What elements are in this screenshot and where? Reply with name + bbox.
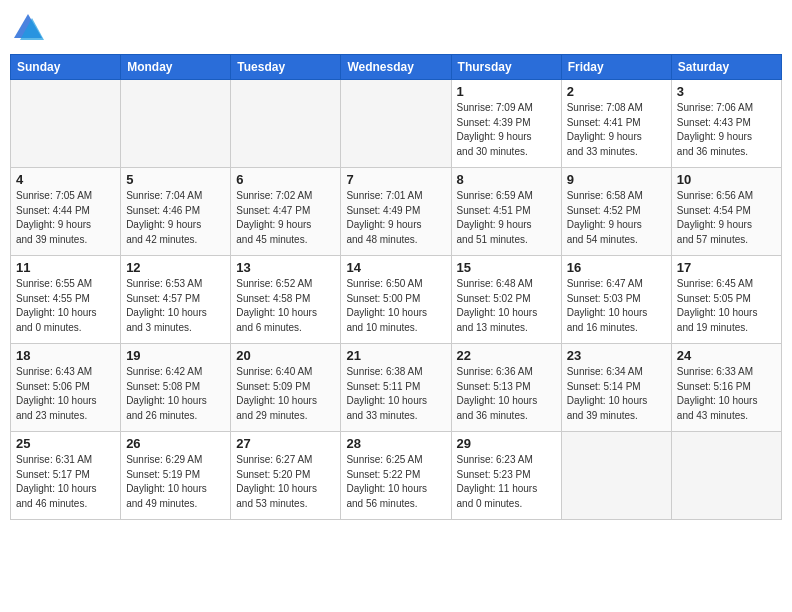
week-row-2: 4Sunrise: 7:05 AM Sunset: 4:44 PM Daylig… [11, 168, 782, 256]
day-number: 5 [126, 172, 225, 187]
day-number: 3 [677, 84, 776, 99]
day-number: 11 [16, 260, 115, 275]
calendar-cell: 7Sunrise: 7:01 AM Sunset: 4:49 PM Daylig… [341, 168, 451, 256]
day-number: 1 [457, 84, 556, 99]
day-info: Sunrise: 6:56 AM Sunset: 4:54 PM Dayligh… [677, 189, 776, 247]
day-number: 27 [236, 436, 335, 451]
column-header-tuesday: Tuesday [231, 55, 341, 80]
calendar-cell: 26Sunrise: 6:29 AM Sunset: 5:19 PM Dayli… [121, 432, 231, 520]
calendar-cell [231, 80, 341, 168]
day-info: Sunrise: 7:01 AM Sunset: 4:49 PM Dayligh… [346, 189, 445, 247]
day-info: Sunrise: 6:50 AM Sunset: 5:00 PM Dayligh… [346, 277, 445, 335]
day-info: Sunrise: 6:59 AM Sunset: 4:51 PM Dayligh… [457, 189, 556, 247]
day-number: 23 [567, 348, 666, 363]
day-number: 14 [346, 260, 445, 275]
day-info: Sunrise: 6:53 AM Sunset: 4:57 PM Dayligh… [126, 277, 225, 335]
day-number: 17 [677, 260, 776, 275]
day-number: 20 [236, 348, 335, 363]
calendar-cell [341, 80, 451, 168]
calendar-cell [671, 432, 781, 520]
calendar-cell [11, 80, 121, 168]
calendar-cell: 22Sunrise: 6:36 AM Sunset: 5:13 PM Dayli… [451, 344, 561, 432]
day-number: 15 [457, 260, 556, 275]
day-info: Sunrise: 6:55 AM Sunset: 4:55 PM Dayligh… [16, 277, 115, 335]
logo [10, 10, 50, 46]
calendar-cell: 17Sunrise: 6:45 AM Sunset: 5:05 PM Dayli… [671, 256, 781, 344]
day-number: 13 [236, 260, 335, 275]
day-number: 16 [567, 260, 666, 275]
day-info: Sunrise: 6:47 AM Sunset: 5:03 PM Dayligh… [567, 277, 666, 335]
day-number: 6 [236, 172, 335, 187]
week-row-1: 1Sunrise: 7:09 AM Sunset: 4:39 PM Daylig… [11, 80, 782, 168]
calendar-cell [561, 432, 671, 520]
calendar-cell: 14Sunrise: 6:50 AM Sunset: 5:00 PM Dayli… [341, 256, 451, 344]
calendar-cell: 4Sunrise: 7:05 AM Sunset: 4:44 PM Daylig… [11, 168, 121, 256]
day-number: 7 [346, 172, 445, 187]
calendar-cell: 10Sunrise: 6:56 AM Sunset: 4:54 PM Dayli… [671, 168, 781, 256]
calendar-cell: 18Sunrise: 6:43 AM Sunset: 5:06 PM Dayli… [11, 344, 121, 432]
day-info: Sunrise: 6:48 AM Sunset: 5:02 PM Dayligh… [457, 277, 556, 335]
day-info: Sunrise: 6:31 AM Sunset: 5:17 PM Dayligh… [16, 453, 115, 511]
day-number: 18 [16, 348, 115, 363]
day-number: 9 [567, 172, 666, 187]
day-info: Sunrise: 6:42 AM Sunset: 5:08 PM Dayligh… [126, 365, 225, 423]
day-number: 10 [677, 172, 776, 187]
column-header-friday: Friday [561, 55, 671, 80]
calendar-cell: 15Sunrise: 6:48 AM Sunset: 5:02 PM Dayli… [451, 256, 561, 344]
day-info: Sunrise: 6:34 AM Sunset: 5:14 PM Dayligh… [567, 365, 666, 423]
day-info: Sunrise: 6:40 AM Sunset: 5:09 PM Dayligh… [236, 365, 335, 423]
day-number: 24 [677, 348, 776, 363]
calendar-cell: 16Sunrise: 6:47 AM Sunset: 5:03 PM Dayli… [561, 256, 671, 344]
calendar-cell: 12Sunrise: 6:53 AM Sunset: 4:57 PM Dayli… [121, 256, 231, 344]
day-number: 8 [457, 172, 556, 187]
calendar-cell: 1Sunrise: 7:09 AM Sunset: 4:39 PM Daylig… [451, 80, 561, 168]
calendar-body: 1Sunrise: 7:09 AM Sunset: 4:39 PM Daylig… [11, 80, 782, 520]
calendar-cell: 19Sunrise: 6:42 AM Sunset: 5:08 PM Dayli… [121, 344, 231, 432]
calendar-cell [121, 80, 231, 168]
day-info: Sunrise: 6:36 AM Sunset: 5:13 PM Dayligh… [457, 365, 556, 423]
logo-icon [10, 10, 46, 46]
day-info: Sunrise: 6:45 AM Sunset: 5:05 PM Dayligh… [677, 277, 776, 335]
calendar-cell: 9Sunrise: 6:58 AM Sunset: 4:52 PM Daylig… [561, 168, 671, 256]
day-number: 19 [126, 348, 225, 363]
day-number: 29 [457, 436, 556, 451]
day-number: 4 [16, 172, 115, 187]
day-info: Sunrise: 6:25 AM Sunset: 5:22 PM Dayligh… [346, 453, 445, 511]
day-info: Sunrise: 6:43 AM Sunset: 5:06 PM Dayligh… [16, 365, 115, 423]
day-info: Sunrise: 7:08 AM Sunset: 4:41 PM Dayligh… [567, 101, 666, 159]
day-info: Sunrise: 6:33 AM Sunset: 5:16 PM Dayligh… [677, 365, 776, 423]
calendar-cell: 25Sunrise: 6:31 AM Sunset: 5:17 PM Dayli… [11, 432, 121, 520]
column-header-thursday: Thursday [451, 55, 561, 80]
calendar-table: SundayMondayTuesdayWednesdayThursdayFrid… [10, 54, 782, 520]
calendar-cell: 24Sunrise: 6:33 AM Sunset: 5:16 PM Dayli… [671, 344, 781, 432]
day-number: 28 [346, 436, 445, 451]
column-header-saturday: Saturday [671, 55, 781, 80]
day-info: Sunrise: 6:38 AM Sunset: 5:11 PM Dayligh… [346, 365, 445, 423]
calendar-cell: 29Sunrise: 6:23 AM Sunset: 5:23 PM Dayli… [451, 432, 561, 520]
column-header-monday: Monday [121, 55, 231, 80]
week-row-3: 11Sunrise: 6:55 AM Sunset: 4:55 PM Dayli… [11, 256, 782, 344]
day-info: Sunrise: 6:29 AM Sunset: 5:19 PM Dayligh… [126, 453, 225, 511]
day-number: 21 [346, 348, 445, 363]
day-info: Sunrise: 6:58 AM Sunset: 4:52 PM Dayligh… [567, 189, 666, 247]
day-number: 26 [126, 436, 225, 451]
calendar-cell: 27Sunrise: 6:27 AM Sunset: 5:20 PM Dayli… [231, 432, 341, 520]
calendar-cell: 20Sunrise: 6:40 AM Sunset: 5:09 PM Dayli… [231, 344, 341, 432]
header [10, 10, 782, 46]
day-info: Sunrise: 7:06 AM Sunset: 4:43 PM Dayligh… [677, 101, 776, 159]
calendar-cell: 8Sunrise: 6:59 AM Sunset: 4:51 PM Daylig… [451, 168, 561, 256]
calendar-cell: 3Sunrise: 7:06 AM Sunset: 4:43 PM Daylig… [671, 80, 781, 168]
day-info: Sunrise: 6:27 AM Sunset: 5:20 PM Dayligh… [236, 453, 335, 511]
day-info: Sunrise: 6:52 AM Sunset: 4:58 PM Dayligh… [236, 277, 335, 335]
calendar-cell: 28Sunrise: 6:25 AM Sunset: 5:22 PM Dayli… [341, 432, 451, 520]
calendar-cell: 5Sunrise: 7:04 AM Sunset: 4:46 PM Daylig… [121, 168, 231, 256]
day-info: Sunrise: 7:04 AM Sunset: 4:46 PM Dayligh… [126, 189, 225, 247]
day-number: 12 [126, 260, 225, 275]
day-info: Sunrise: 6:23 AM Sunset: 5:23 PM Dayligh… [457, 453, 556, 511]
day-number: 22 [457, 348, 556, 363]
week-row-4: 18Sunrise: 6:43 AM Sunset: 5:06 PM Dayli… [11, 344, 782, 432]
day-info: Sunrise: 7:09 AM Sunset: 4:39 PM Dayligh… [457, 101, 556, 159]
calendar-header-row: SundayMondayTuesdayWednesdayThursdayFrid… [11, 55, 782, 80]
day-number: 25 [16, 436, 115, 451]
calendar-cell: 13Sunrise: 6:52 AM Sunset: 4:58 PM Dayli… [231, 256, 341, 344]
